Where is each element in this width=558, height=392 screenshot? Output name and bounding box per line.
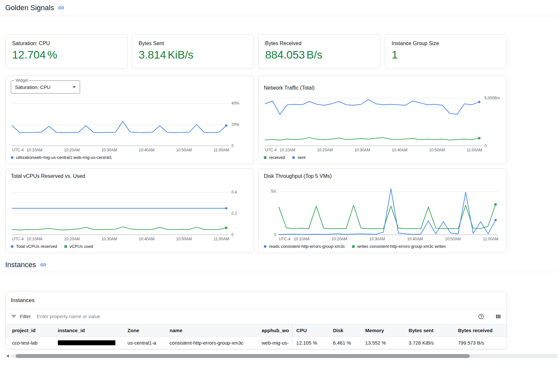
chart-header: Network Traffic (Total) <box>264 80 501 95</box>
vcpus-chart[interactable]: 0.40.20UTC-410:10AM10:20AM10:30AM10:40AM… <box>11 184 248 242</box>
legend-label: sent <box>297 155 306 160</box>
svg-text:10:40AM: 10:40AM <box>407 237 423 241</box>
scrollbar-thumb[interactable] <box>16 354 470 358</box>
filter-list-icon[interactable] <box>11 314 17 319</box>
column-header-apphub[interactable]: apphub_wo <box>258 324 293 337</box>
series-marker-circle <box>11 156 13 159</box>
scrollbar-track[interactable] <box>10 354 558 358</box>
legend-label: utilizationweb-mig-us-central1 web-mig-u… <box>16 155 112 160</box>
column-header-zone[interactable]: Zone <box>124 324 166 337</box>
svg-text:10:40AM: 10:40AM <box>139 148 155 152</box>
svg-text:10:30AM: 10:30AM <box>101 148 117 152</box>
charts-grid: Widget Saturation: CPU 40%20%0UTC-410:10… <box>5 76 507 253</box>
svg-text:5/s: 5/s <box>271 189 276 194</box>
table-header-row: project_id instance_id Zone name apphub_… <box>6 324 507 337</box>
scroll-left-icon[interactable] <box>7 354 9 358</box>
disk-throughput-chart[interactable]: 5/s0UTC-410:10AM10:20AM10:30AM10:40AM10:… <box>264 184 501 242</box>
filter-input[interactable] <box>36 313 467 319</box>
svg-text:10:20AM: 10:20AM <box>317 148 333 152</box>
series-marker-square <box>264 156 266 159</box>
svg-text:10:40AM: 10:40AM <box>139 237 155 241</box>
svg-text:10:30AM: 10:30AM <box>369 237 385 241</box>
table-row[interactable]: cco-test-lab us-central1-a consistent-ht… <box>6 337 507 349</box>
svg-text:10:40AM: 10:40AM <box>392 148 408 152</box>
instances-table: project_id instance_id Zone name apphub_… <box>6 324 507 349</box>
scorecard-label: Bytes Received <box>265 41 374 46</box>
svg-text:11:00AM: 11:00AM <box>214 148 229 152</box>
svg-text:10:10AM: 10:10AM <box>27 237 42 241</box>
chart-card-saturation-cpu: Widget Saturation: CPU 40%20%0UTC-410:10… <box>5 76 254 164</box>
column-header-memory[interactable]: Memory <box>361 324 405 337</box>
svg-text:UTC-4: UTC-4 <box>265 148 277 152</box>
widget-select-value: Saturation: CPU <box>15 84 50 90</box>
widget-select[interactable]: Widget Saturation: CPU <box>11 80 80 94</box>
chart-card-network-traffic: Network Traffic (Total) 5,000B/s0UTC-410… <box>258 76 507 164</box>
filter-label[interactable]: Filter <box>20 314 31 319</box>
svg-text:UTC-4: UTC-4 <box>12 237 24 241</box>
svg-text:11:00AM: 11:00AM <box>483 237 498 241</box>
series-marker-circle <box>264 245 266 248</box>
svg-text:10:50AM: 10:50AM <box>176 148 192 152</box>
svg-text:10:30AM: 10:30AM <box>101 237 117 241</box>
redacted-instance-id <box>58 340 115 345</box>
svg-text:5,000B/s: 5,000B/s <box>484 96 500 100</box>
legend-item[interactable]: Total vCPUs reserved <box>11 244 57 249</box>
svg-text:40%: 40% <box>231 101 239 106</box>
scorecard-saturation-cpu: Saturation: CPU 12.704% <box>5 34 127 69</box>
scorecard-value: 884.053B/s <box>265 48 374 61</box>
scorecard-label: Bytes Sent <box>139 41 247 46</box>
legend-item[interactable]: reads consistent-http-errors-group-xm3c <box>264 244 345 249</box>
link-icon[interactable] <box>40 262 46 268</box>
column-header-disk[interactable]: Disk <box>329 324 362 337</box>
cell-name: consistent-http-errors-group-xm3c <box>166 337 258 349</box>
chart-legend: Total vCPUs reservedvCPUs used <box>11 244 248 249</box>
help-button[interactable] <box>478 313 484 320</box>
value-number: 3.814 <box>139 48 166 61</box>
column-display-button[interactable] <box>495 313 501 320</box>
link-icon[interactable] <box>58 5 64 11</box>
chart-title: Network Traffic (Total) <box>264 85 314 91</box>
page-header: Golden Signals <box>0 0 558 16</box>
svg-text:0: 0 <box>231 144 234 148</box>
page-title: Golden Signals <box>5 4 54 12</box>
legend-item[interactable]: utilizationweb-mig-us-central1 web-mig-u… <box>11 155 112 160</box>
svg-text:0.2: 0.2 <box>231 211 237 216</box>
legend-item[interactable]: vCPUs used <box>64 244 93 249</box>
scorecard-value: 3.814KiB/s <box>139 48 247 61</box>
column-header-bytes-sent[interactable]: Bytes sent <box>405 324 454 337</box>
value-number: 884.053 <box>265 48 305 61</box>
svg-text:UTC-4: UTC-4 <box>279 237 291 241</box>
svg-text:10:10AM: 10:10AM <box>294 237 309 241</box>
series-marker-circle <box>11 245 13 248</box>
column-header-cpu[interactable]: CPU <box>292 324 329 337</box>
value-number: 1 <box>392 48 398 61</box>
cell-bytes-received: 799.573 B/s <box>454 337 507 349</box>
legend-label: received <box>269 155 285 160</box>
legend-item[interactable]: received <box>264 155 285 160</box>
column-view-icon <box>495 313 501 320</box>
column-header-project-id[interactable]: project_id <box>6 324 54 337</box>
instances-section-header: Instances <box>0 258 558 272</box>
svg-text:10:50AM: 10:50AM <box>445 237 461 241</box>
chart-legend: utilizationweb-mig-us-central1 web-mig-u… <box>11 155 248 160</box>
legend-item[interactable]: writes consistent-http-errors-group-xm3c… <box>352 244 446 249</box>
instances-table-title: Instances <box>6 291 507 308</box>
scorecard-label: Instance Group Size <box>392 41 500 46</box>
svg-text:0: 0 <box>274 232 276 237</box>
value-unit: B/s <box>307 48 323 61</box>
cell-bytes-sent: 3.728 KiB/s <box>405 337 454 349</box>
scorecards-row: Saturation: CPU 12.704% Bytes Sent 3.814… <box>5 34 507 69</box>
cell-instance-id <box>54 337 124 349</box>
svg-text:20%: 20% <box>231 122 239 127</box>
cell-project-id: cco-test-lab <box>6 337 54 349</box>
column-header-instance-id[interactable]: instance_id <box>54 324 124 337</box>
legend-item[interactable]: sent <box>292 155 306 160</box>
column-header-bytes-received[interactable]: Bytes received <box>454 324 507 337</box>
question-circle-icon <box>478 313 484 320</box>
saturation-cpu-chart[interactable]: 40%20%0UTC-410:10AM10:20AM10:30AM10:40AM… <box>11 95 248 153</box>
network-traffic-chart[interactable]: 5,000B/s0UTC-410:10AM10:20AM10:30AM10:40… <box>264 95 501 153</box>
svg-text:11:00AM: 11:00AM <box>214 237 229 241</box>
svg-text:11:00AM: 11:00AM <box>467 148 482 152</box>
legend-label: writes consistent-http-errors-group-xm3c… <box>357 244 446 249</box>
column-header-name[interactable]: name <box>166 324 258 337</box>
